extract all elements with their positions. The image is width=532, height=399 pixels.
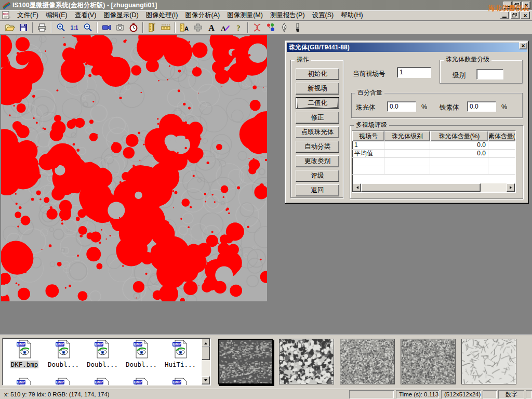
text-tool-button[interactable]: A xyxy=(205,21,218,34)
annotate-tool-button[interactable]: A xyxy=(218,21,232,34)
mdi-minimize-button[interactable] xyxy=(500,11,509,19)
table-row[interactable]: 平均值 0.0 xyxy=(352,150,515,158)
file-item-partial[interactable]: BMP xyxy=(6,378,43,385)
scroll-right-button[interactable] xyxy=(507,183,515,192)
ruler-horizontal-button[interactable] xyxy=(159,21,172,34)
current-field-input[interactable]: 1 xyxy=(397,67,431,78)
status-empty-panel xyxy=(483,390,497,398)
actual-size-button[interactable]: 1:1 xyxy=(68,21,81,34)
open-file-button[interactable] xyxy=(3,21,17,34)
file-item-partial[interactable]: BMP xyxy=(162,378,199,385)
file-item[interactable]: BMP DKF.bmp xyxy=(6,340,43,368)
binarize-button[interactable]: 二值化 xyxy=(296,97,339,109)
menu-settings[interactable]: 设置(S) xyxy=(309,10,338,21)
file-item-partial[interactable]: BMP xyxy=(84,378,121,385)
table-horizontal-scrollbar[interactable] xyxy=(353,183,515,192)
file-item[interactable]: BMP Doubl... xyxy=(45,340,82,368)
zoom-out-button[interactable] xyxy=(81,21,95,34)
zoom-in-icon xyxy=(56,22,66,33)
caliper-vertical-icon xyxy=(147,22,157,33)
grade-button[interactable]: 评级 xyxy=(296,170,339,182)
table-row[interactable]: 1 0.0 xyxy=(352,141,515,150)
minimize-icon xyxy=(506,6,510,7)
menu-image-measure[interactable]: 图像测量(M) xyxy=(223,10,267,21)
file-name[interactable]: DKF.bmp xyxy=(10,361,39,368)
menu-help[interactable]: 帮助(H) xyxy=(337,10,366,21)
return-button[interactable]: 返回 xyxy=(296,184,339,196)
file-vertical-scrollbar[interactable] xyxy=(202,339,210,384)
thumbnail-image-3[interactable] xyxy=(340,339,395,384)
specimen-image[interactable] xyxy=(1,35,267,301)
file-name[interactable]: Doubl... xyxy=(47,361,79,368)
curve-tool-button[interactable] xyxy=(250,21,264,34)
video-capture-button[interactable] xyxy=(100,21,113,34)
menu-image-processing[interactable]: 图像处理(I) xyxy=(142,10,182,21)
correct-button[interactable]: 修正 xyxy=(296,112,339,124)
brush-tool-icon xyxy=(292,22,303,33)
dialog-close-button[interactable]: × xyxy=(519,42,527,49)
thumbnail-image-4[interactable] xyxy=(401,339,456,384)
menu-file[interactable]: 文件(F) xyxy=(14,10,42,21)
status-bar: x: 510 y: 79 idx: 0 RGB: (174, 174, 174)… xyxy=(0,389,532,399)
table-row-empty xyxy=(352,158,515,166)
scroll-down-button[interactable] xyxy=(202,376,210,384)
bmp-file-icon: BMP xyxy=(55,378,72,385)
mdi-close-button[interactable]: × xyxy=(521,11,530,19)
thumbnail-image-2[interactable] xyxy=(279,339,334,384)
camera-capture-button[interactable] xyxy=(113,21,127,34)
pearlite-input[interactable]: 0.0 xyxy=(387,101,416,112)
phase-dots-button[interactable] xyxy=(264,21,277,34)
caliper-vertical-button[interactable] xyxy=(145,21,159,34)
dialog-title-bar[interactable]: 珠光体(GB/T9441-88) xyxy=(287,43,527,52)
status-image-size: (512x512x24) xyxy=(441,390,481,398)
col-field-number[interactable]: 视场号 xyxy=(352,131,384,141)
document-icon[interactable]: DOC xyxy=(2,11,10,20)
zoom-in-button[interactable] xyxy=(54,21,68,34)
grade-input[interactable] xyxy=(476,69,503,79)
file-item-partial[interactable]: BMP xyxy=(123,378,160,385)
new-field-button[interactable]: 新视场 xyxy=(296,83,339,95)
menu-measure-report[interactable]: 测量报告(P) xyxy=(267,10,309,21)
scrollbar-thumb[interactable] xyxy=(361,183,481,192)
col-ferrite-content[interactable]: 铁素体含量(%) xyxy=(488,131,516,141)
pick-pearlite-button[interactable]: 点取珠光体 xyxy=(296,126,339,138)
measure-label-button[interactable]: A xyxy=(178,21,191,34)
ferrite-input[interactable]: 0.0 xyxy=(467,101,496,112)
print-button[interactable] xyxy=(35,21,49,34)
mdi-restore-button[interactable] xyxy=(510,11,520,19)
menu-edit[interactable]: 编辑(E) xyxy=(42,10,71,21)
grid-cross-button[interactable] xyxy=(191,21,205,34)
pen-tool-button[interactable] xyxy=(277,21,291,34)
thumbnail-image-1[interactable] xyxy=(218,339,273,384)
col-pearlite-grade[interactable]: 珠光体级别 xyxy=(384,131,430,141)
file-name[interactable]: Doubl... xyxy=(125,361,157,368)
thumbnail-image-5[interactable] xyxy=(461,339,516,384)
col-pearlite-content[interactable]: 珠光体含量(%) xyxy=(430,131,488,141)
auto-classify-button[interactable]: 自动分类 xyxy=(296,141,339,153)
file-item[interactable]: BMP HuiTi... xyxy=(162,340,199,368)
minimize-button[interactable] xyxy=(503,2,512,9)
file-name[interactable]: Doubl... xyxy=(86,361,118,368)
pearlite-dialog: 珠光体(GB/T9441-88) × 操作 初始化 新视场 二值化 修正 点取珠… xyxy=(285,41,529,204)
scroll-up-button[interactable] xyxy=(202,339,210,347)
change-class-button[interactable]: 更改类别 xyxy=(296,155,339,167)
help-button[interactable]: ? xyxy=(232,21,245,34)
menu-image-display[interactable]: 图像显示(D) xyxy=(100,10,142,21)
scroll-left-button[interactable] xyxy=(353,183,361,192)
file-name[interactable]: HuiTi... xyxy=(164,361,196,368)
menu-image-analysis[interactable]: 图像分析(A) xyxy=(181,10,223,21)
initialize-button[interactable]: 初始化 xyxy=(296,68,339,80)
timer-button[interactable] xyxy=(127,21,140,34)
bmp-file-icon: BMP xyxy=(94,340,111,358)
restore-button[interactable] xyxy=(513,2,521,9)
file-item-partial[interactable]: BMP xyxy=(45,378,82,385)
file-item[interactable]: BMP Doubl... xyxy=(84,340,121,368)
brush-tool-button[interactable] xyxy=(291,21,304,34)
scrollbar-thumb[interactable] xyxy=(202,347,210,360)
save-file-button[interactable] xyxy=(17,21,30,34)
file-item[interactable]: BMP Doubl... xyxy=(123,340,160,368)
menu-view[interactable]: 查看(V) xyxy=(71,10,100,21)
svg-text:A: A xyxy=(221,24,226,32)
grid-cross-icon xyxy=(193,22,203,33)
close-button[interactable]: × xyxy=(522,2,530,9)
